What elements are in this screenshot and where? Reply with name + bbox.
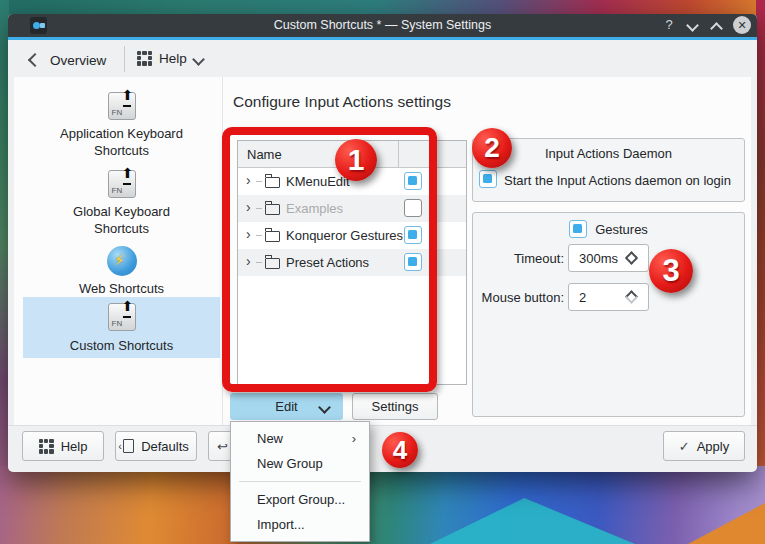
submenu-arrow-icon: › (352, 426, 356, 451)
annotation-circle-3: 3 (649, 249, 693, 293)
up-arrow-icon: ⬆ (122, 298, 134, 314)
edit-dropdown-menu: New › New Group Export Group... Import..… (230, 421, 370, 542)
edit-label: Edit (275, 399, 297, 414)
menu-item-label: New (257, 431, 283, 446)
daemon-checkbox-label[interactable]: Start the Input Actions daemon on login (504, 173, 731, 188)
sidebar-item-label: Custom Shortcuts (23, 337, 220, 354)
fn-key-text: FN (112, 319, 123, 328)
fn-key-text: FN (112, 186, 123, 195)
fn-key-icon: FN ⬆ (108, 92, 136, 120)
arrow-underline (123, 105, 131, 107)
sidebar-item-label: Global Keyboard Shortcuts (23, 203, 220, 237)
sidebar-item-web-shortcuts[interactable]: ⚡ Web Shortcuts (23, 246, 220, 297)
toolbar-help-label: Help (159, 51, 187, 66)
group-title: Input Actions Daemon (473, 146, 744, 161)
edit-menu-button[interactable]: Edit (230, 393, 343, 420)
mouse-button-label: Mouse button: (473, 290, 564, 305)
input-actions-daemon-group: Input Actions Daemon Start the Input Act… (472, 138, 745, 202)
titlebar-help-button[interactable]: ? (660, 16, 678, 34)
chevron-down-icon (686, 19, 699, 32)
footer-separator (8, 425, 757, 426)
overview-label: Overview (50, 53, 106, 68)
menu-item-new-group[interactable]: New Group (231, 451, 369, 476)
annotation-circle-2: 2 (472, 128, 512, 168)
timeout-spinbox[interactable]: 300ms (568, 244, 649, 272)
menu-item-label: New Group (257, 456, 323, 471)
toolbar-separator (124, 46, 125, 72)
daemon-checkbox[interactable] (479, 170, 497, 188)
sidebar-item-custom-shortcuts[interactable]: FN ⬆ Custom Shortcuts (23, 303, 220, 354)
sidebar-item-label: Application Keyboard Shortcuts (23, 125, 220, 159)
fn-key-icon: FN ⬆ (108, 170, 136, 198)
mouse-button-value: 2 (579, 290, 586, 305)
up-arrow-icon: ⬆ (122, 87, 134, 103)
defaults-button[interactable]: Defaults (115, 431, 197, 461)
kde-help-icon (39, 439, 54, 454)
menu-item-label: Export Group... (257, 492, 345, 507)
help-button[interactable]: Help (22, 431, 104, 461)
checkbox-mark (573, 224, 582, 233)
checkbox-mark (483, 174, 492, 183)
defaults-label: Defaults (141, 439, 189, 454)
window-title: Custom Shortcuts * — System Settings (8, 18, 757, 32)
annotation-circle-1: 1 (335, 139, 377, 181)
page-title: Configure Input Actions settings (233, 93, 451, 111)
kde-help-icon (137, 51, 152, 66)
menu-separator (239, 481, 361, 482)
timeout-label: Timeout: (473, 251, 564, 266)
toolbar-help-button[interactable]: Help (137, 48, 207, 68)
wallpaper-right-strip (756, 0, 765, 544)
menu-item-new[interactable]: New › (231, 426, 369, 451)
chevron-down-icon (318, 401, 331, 414)
sidebar-item-label: Web Shortcuts (23, 280, 220, 297)
close-button[interactable]: ✕ (733, 16, 751, 34)
overview-button[interactable]: Overview (30, 50, 108, 70)
settings-button[interactable]: Settings (352, 393, 438, 420)
apply-label: Apply (697, 439, 730, 454)
gestures-title: Gestures (595, 222, 648, 237)
document-revert-icon (123, 439, 134, 453)
globe-bolt-icon: ⚡ (107, 246, 137, 276)
undo-icon: ↩ (217, 439, 228, 454)
menu-item-export-group[interactable]: Export Group... (231, 487, 369, 512)
fn-key-icon: FN ⬆ (108, 303, 136, 331)
arrow-underline (123, 183, 131, 185)
lightning-icon: ⚡ (115, 252, 125, 268)
gestures-checkbox[interactable] (569, 220, 587, 238)
shade-button[interactable] (688, 21, 697, 30)
apply-button[interactable]: ✓ Apply (663, 431, 745, 461)
wallpaper-bottom-strip (0, 466, 765, 544)
sidebar-item-global-keyboard-shortcuts[interactable]: FN ⬆ Global Keyboard Shortcuts (23, 170, 220, 237)
check-icon: ✓ (679, 439, 690, 454)
chevron-down-icon (192, 53, 205, 66)
timeout-value: 300ms (579, 251, 618, 266)
maximize-button[interactable] (712, 24, 721, 33)
mouse-button-spinbox[interactable]: 2 (568, 283, 649, 311)
annotation-circle-4: 4 (382, 432, 418, 468)
help-label: Help (61, 439, 88, 454)
fn-key-text: FN (112, 108, 123, 117)
menu-item-label: Import... (257, 517, 305, 532)
back-chevron-icon (28, 53, 42, 67)
arrow-underline (123, 316, 131, 318)
gestures-group: Gestures Timeout: 300ms Mouse button: 2 (472, 212, 745, 417)
toolbar (8, 40, 757, 77)
settings-label: Settings (372, 399, 419, 414)
chevron-up-icon (710, 22, 723, 35)
up-arrow-icon: ⬆ (122, 165, 134, 181)
menu-item-import[interactable]: Import... (231, 512, 369, 537)
annotation-rectangle (222, 127, 437, 392)
sidebar-item-application-keyboard-shortcuts[interactable]: FN ⬆ Application Keyboard Shortcuts (23, 92, 220, 159)
